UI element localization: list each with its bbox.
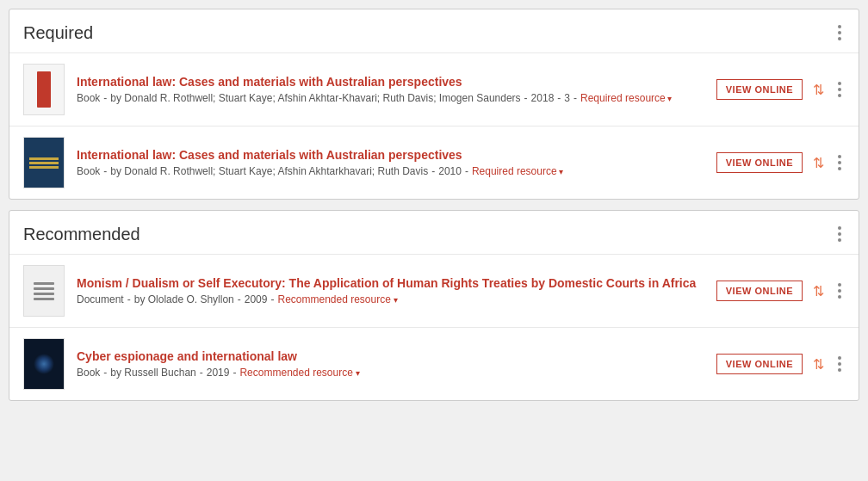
- recommended-item-2: Cyber espionage and international law Bo…: [9, 328, 859, 400]
- required-section-menu[interactable]: [834, 22, 845, 44]
- resource-year-2: 2010: [438, 165, 462, 177]
- cover-doc: [23, 265, 65, 317]
- resource-year-4: 2019: [207, 367, 230, 379]
- item-menu-2[interactable]: [834, 151, 845, 174]
- resource-authors-1: by Donald R. Rothwell; Stuart Kaye; Afsh…: [110, 92, 520, 104]
- recommended-section-header: Recommended: [9, 211, 859, 255]
- cover-red-spine: [37, 71, 51, 108]
- resource-info-3: Monism / Dualism or Self Executory: The …: [77, 276, 704, 305]
- resource-meta-3: Document - by Ololade O. Shyllon - 2009 …: [77, 293, 704, 305]
- resource-year-3: 2009: [245, 293, 268, 305]
- resource-type-3: Document: [77, 293, 124, 305]
- resource-meta-1: Book - by Donald R. Rothwell; Stuart Kay…: [77, 92, 704, 104]
- cover-cyber: [23, 338, 65, 390]
- resource-info-4: Cyber espionage and international law Bo…: [77, 349, 704, 379]
- resource-badge-1[interactable]: Required resource: [580, 92, 673, 104]
- book-cover-3: [23, 265, 65, 317]
- cover-red: [23, 64, 65, 115]
- item-menu-1[interactable]: [834, 78, 845, 101]
- view-online-btn-1[interactable]: VIEW ONLINE: [716, 79, 803, 100]
- view-online-btn-3[interactable]: VIEW ONLINE: [716, 281, 803, 301]
- book-cover-4: [23, 338, 65, 390]
- resource-actions-4: VIEW ONLINE ⇅: [716, 353, 845, 375]
- dot-2: [838, 31, 841, 34]
- resource-authors-2: by Donald R. Rothwell; Stuart Kaye; Afsh…: [110, 165, 428, 177]
- required-section: Required International law: Cases and ma…: [9, 9, 859, 200]
- recommended-section-title: Recommended: [23, 225, 140, 244]
- resource-badge-3[interactable]: Recommended resource: [277, 293, 397, 305]
- dot-1: [838, 25, 841, 28]
- resource-badge-2[interactable]: Required resource: [472, 165, 564, 177]
- resource-authors-4: by Russell Buchan: [110, 367, 195, 379]
- resource-title-4[interactable]: Cyber espionage and international law: [77, 349, 704, 363]
- resource-actions-2: VIEW ONLINE ⇅: [716, 151, 845, 174]
- item-menu-3[interactable]: [834, 280, 845, 302]
- sort-icon-2[interactable]: ⇅: [809, 153, 828, 173]
- required-item-2: International law: Cases and materials w…: [9, 126, 859, 199]
- sort-icon-3[interactable]: ⇅: [809, 281, 828, 301]
- required-section-title: Required: [23, 23, 93, 43]
- resource-title-1[interactable]: International law: Cases and materials w…: [77, 75, 704, 89]
- dot-3: [838, 37, 841, 40]
- item-menu-4[interactable]: [834, 353, 845, 375]
- resource-meta-4: Book - by Russell Buchan - 2019 - Recomm…: [77, 367, 704, 379]
- required-item-1: International law: Cases and materials w…: [9, 53, 859, 126]
- resource-info-2: International law: Cases and materials w…: [77, 148, 704, 177]
- resource-title-3[interactable]: Monism / Dualism or Self Executory: The …: [77, 276, 704, 290]
- resource-edition-1: 3: [564, 92, 570, 104]
- resource-badge-4[interactable]: Recommended resource: [239, 367, 359, 379]
- recommended-section: Recommended Monism / Dualism or Self Exe…: [9, 210, 859, 401]
- sort-icon-1[interactable]: ⇅: [809, 80, 828, 100]
- resource-year-1: 2018: [531, 92, 555, 104]
- resource-type-2: Book: [77, 165, 100, 177]
- cover-gold: [23, 137, 65, 188]
- resource-actions-3: VIEW ONLINE ⇅: [716, 280, 845, 302]
- recommended-item-1: Monism / Dualism or Self Executory: The …: [9, 255, 859, 328]
- book-cover-1: [23, 64, 65, 115]
- resource-type-4: Book: [77, 367, 100, 379]
- resource-info-1: International law: Cases and materials w…: [77, 75, 704, 104]
- view-online-btn-4[interactable]: VIEW ONLINE: [716, 354, 803, 374]
- resource-meta-2: Book - by Donald R. Rothwell; Stuart Kay…: [77, 165, 704, 177]
- view-online-btn-2[interactable]: VIEW ONLINE: [716, 152, 803, 173]
- resource-authors-3: by Ololade O. Shyllon: [134, 293, 234, 305]
- resource-title-2[interactable]: International law: Cases and materials w…: [77, 148, 704, 162]
- required-section-header: Required: [9, 9, 859, 53]
- sort-icon-4[interactable]: ⇅: [809, 355, 828, 374]
- book-cover-2: [23, 137, 65, 188]
- resource-type-1: Book: [77, 92, 100, 104]
- resource-actions-1: VIEW ONLINE ⇅: [716, 78, 845, 101]
- recommended-section-menu[interactable]: [834, 223, 845, 245]
